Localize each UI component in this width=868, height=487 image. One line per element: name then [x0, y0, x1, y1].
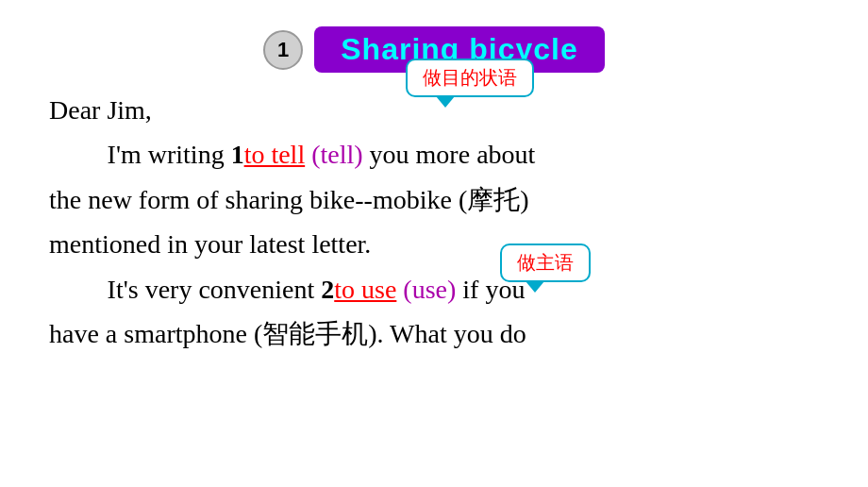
line5: have a smartphone (智能手机). What you do [49, 313, 819, 354]
line3: mentioned in your latest letter. [49, 224, 819, 264]
blank2-number: 2 [321, 275, 334, 304]
greeting-text: Dear Jim, [49, 95, 152, 125]
line4-underline-fill: to use [334, 275, 396, 304]
line5-text: have a smartphone (智能手机). What you do [49, 319, 526, 348]
line4: It's very convenient 2to use (use) if yo… [49, 269, 819, 310]
line2-text: the new form of sharing bike--mobike (摩托… [49, 185, 529, 214]
blank1-number: 1 [231, 140, 244, 169]
content-area: Dear Jim, I'm writing 1to tell (tell) yo… [0, 90, 868, 354]
line1: I'm writing 1to tell (tell) you more abo… [49, 134, 819, 175]
line4-post: if you [456, 275, 525, 304]
line4-pre: It's very convenient [108, 275, 322, 304]
line2: the new form of sharing bike--mobike (摩托… [49, 179, 819, 220]
line1-pre: I'm writing [108, 140, 231, 169]
line1-underline-fill: to tell [244, 140, 306, 169]
line4-paren: (use) [403, 275, 456, 304]
tooltip-purpose-text: 做目的状语 [423, 67, 517, 88]
slide-number: 1 [263, 30, 303, 70]
line1-post: you more about [363, 140, 536, 169]
line1-paren: (tell) [311, 140, 362, 169]
line3-text: mentioned in your latest letter. [49, 229, 371, 259]
greeting-line: Dear Jim, [49, 90, 819, 130]
